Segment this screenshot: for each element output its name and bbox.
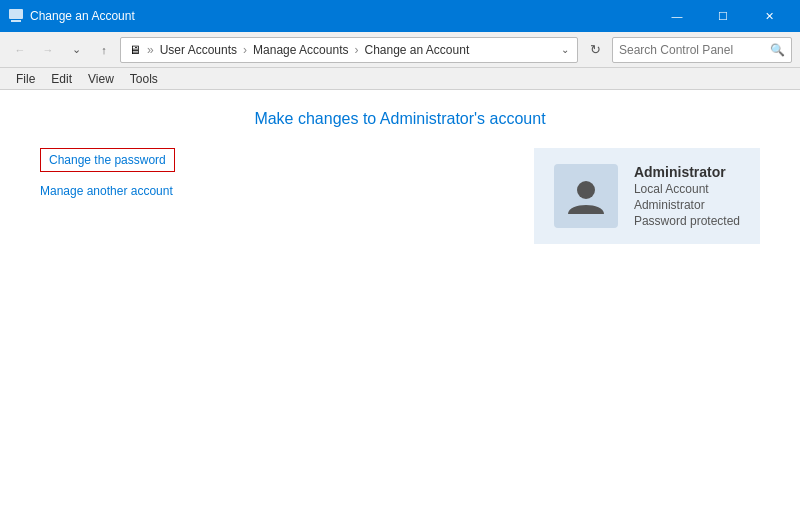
recent-button[interactable]: ⌄	[64, 38, 88, 62]
account-info: Administrator Local Account Administrato…	[634, 164, 740, 228]
svg-point-2	[577, 181, 595, 199]
svg-rect-0	[9, 9, 23, 19]
forward-button[interactable]: →	[36, 38, 60, 62]
page-title: Make changes to Administrator's account	[40, 110, 760, 128]
account-avatar	[554, 164, 618, 228]
close-button[interactable]: ✕	[746, 0, 792, 32]
minimize-button[interactable]: —	[654, 0, 700, 32]
left-panel: Change the password Manage another accou…	[40, 148, 494, 198]
svg-rect-1	[11, 20, 21, 22]
refresh-button[interactable]: ↻	[582, 37, 608, 63]
change-password-link[interactable]: Change the password	[40, 148, 175, 172]
menu-file[interactable]: File	[8, 68, 43, 90]
breadcrumb-manage-accounts: Manage Accounts	[253, 43, 348, 57]
title-bar-title: Change an Account	[30, 9, 654, 23]
account-detail-1: Local Account	[634, 182, 740, 196]
menu-bar: File Edit View Tools	[0, 68, 800, 90]
maximize-button[interactable]: ☐	[700, 0, 746, 32]
account-detail-3: Password protected	[634, 214, 740, 228]
address-box: 🖥 » User Accounts › Manage Accounts › Ch…	[120, 37, 578, 63]
title-bar-icon	[8, 8, 24, 24]
breadcrumb-change-account: Change an Account	[364, 43, 469, 57]
breadcrumb-user-accounts: User Accounts	[160, 43, 237, 57]
menu-tools[interactable]: Tools	[122, 68, 166, 90]
account-card: Administrator Local Account Administrato…	[534, 148, 760, 244]
main-content: Make changes to Administrator's account …	[0, 90, 800, 524]
account-detail-2: Administrator	[634, 198, 740, 212]
search-input[interactable]	[619, 43, 770, 57]
address-bar: ← → ⌄ ↑ 🖥 » User Accounts › Manage Accou…	[0, 32, 800, 68]
title-bar-controls: — ☐ ✕	[654, 0, 792, 32]
menu-edit[interactable]: Edit	[43, 68, 80, 90]
account-name: Administrator	[634, 164, 740, 180]
address-dropdown-icon[interactable]: ⌄	[561, 44, 569, 55]
back-button[interactable]: ←	[8, 38, 32, 62]
manage-another-link[interactable]: Manage another account	[40, 184, 494, 198]
menu-view[interactable]: View	[80, 68, 122, 90]
search-box[interactable]: 🔍	[612, 37, 792, 63]
folder-icon: 🖥	[129, 43, 141, 57]
up-button[interactable]: ↑	[92, 38, 116, 62]
title-bar: Change an Account — ☐ ✕	[0, 0, 800, 32]
content-area: Change the password Manage another accou…	[40, 148, 760, 244]
search-icon: 🔍	[770, 43, 785, 57]
